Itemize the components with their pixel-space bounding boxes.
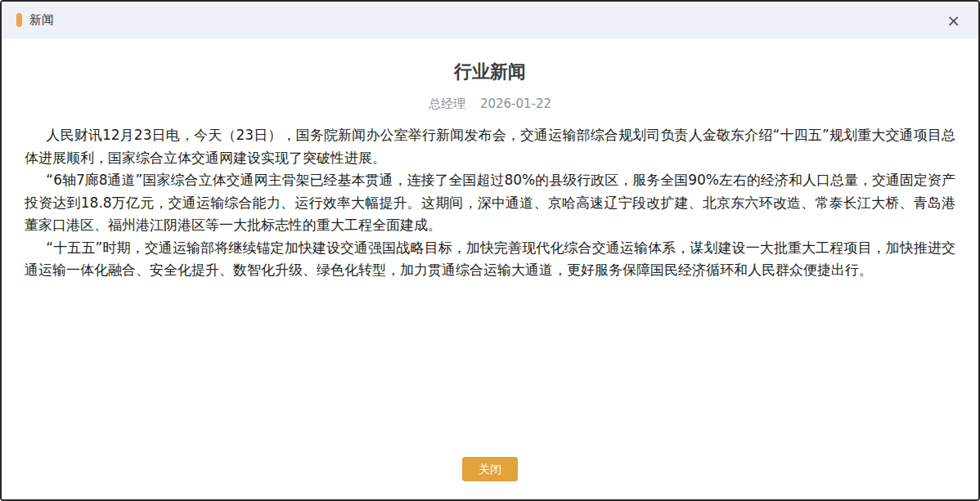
article-paragraph: 人民财讯12月23日电，今天（23日），国务院新闻办公室举行新闻发布会，交通运输… bbox=[25, 124, 955, 169]
article-text: 人民财讯12月23日电，今天（23日），国务院新闻办公室举行新闻发布会，交通运输… bbox=[25, 124, 955, 282]
close-icon[interactable]: × bbox=[943, 11, 964, 30]
article-byline: 总经理2026-01-22 bbox=[25, 96, 955, 112]
news-dialog: 新闻 × 行业新闻 总经理2026-01-22 人民财讯12月23日电，今天（2… bbox=[0, 0, 980, 501]
article-date: 2026-01-22 bbox=[480, 96, 551, 111]
dialog-body: 行业新闻 总经理2026-01-22 人民财讯12月23日电，今天（23日），国… bbox=[2, 38, 978, 499]
close-button[interactable]: 关闭 bbox=[462, 457, 518, 481]
dialog-footer: 关闭 bbox=[25, 457, 955, 481]
dialog-title: 新闻 bbox=[29, 12, 54, 28]
article-author: 总经理 bbox=[429, 96, 465, 111]
article-title: 行业新闻 bbox=[25, 60, 955, 84]
article-paragraph: “6轴7廊8通道”国家综合立体交通网主骨架已经基本贯通，连接了全国超过80%的县… bbox=[25, 169, 955, 237]
article-paragraph: “十五五”时期，交通运输部将继续锚定加快建设交通强国战略目标，加快完善现代化综合… bbox=[25, 237, 955, 282]
dialog-header: 新闻 × bbox=[2, 2, 978, 38]
title-marker-icon bbox=[16, 13, 22, 27]
